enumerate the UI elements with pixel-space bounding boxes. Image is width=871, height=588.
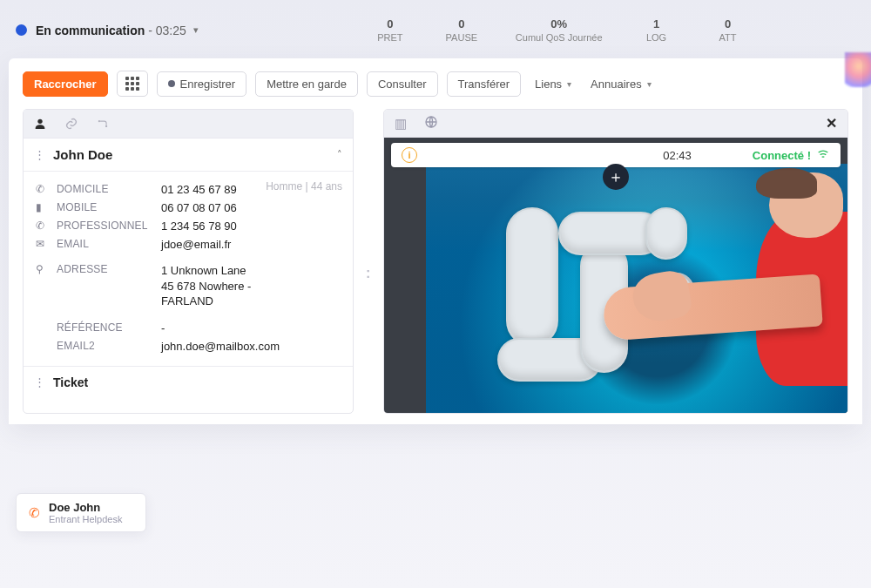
links-dropdown[interactable]: Liens▾: [530, 74, 577, 94]
person-tab-icon[interactable]: [32, 117, 48, 131]
transfer-button[interactable]: Transférer: [447, 71, 521, 97]
metric-log: 1 LOG: [639, 17, 674, 43]
metric-att: 0 ATT: [711, 17, 746, 43]
field-mobile: ▮ MOBILE 06 07 08 07 06: [36, 199, 341, 217]
svg-point-2: [105, 125, 107, 127]
field-email2: . EMAIL2 john.doe@mailbox.com: [36, 337, 341, 355]
book-tab-icon[interactable]: ▥: [395, 116, 407, 132]
active-call-chip[interactable]: ✆ Doe John Entrant Helpdesk: [16, 493, 146, 532]
ticket-section-title: Ticket: [53, 375, 88, 389]
phone-incoming-icon: ✆: [29, 505, 40, 521]
hangup-button[interactable]: Raccrocher: [23, 71, 108, 97]
directories-dropdown[interactable]: Annuaires▾: [585, 74, 657, 94]
info-icon[interactable]: i: [402, 147, 417, 163]
phone-icon: ✆: [36, 183, 48, 195]
video-timer: 02:43: [663, 149, 692, 162]
field-email: ✉ EMAIL jdoe@email.fr: [36, 235, 341, 253]
hold-button[interactable]: Mettre en garde: [255, 71, 358, 97]
brand-logo-icon: [845, 52, 871, 87]
consult-button[interactable]: Consulter: [367, 71, 438, 97]
call-chip-sub: Entrant Helpdesk: [49, 514, 122, 524]
close-tab-button[interactable]: ✕: [826, 115, 837, 132]
status-indicator-dot: [16, 24, 27, 36]
address-value: 1 Unknown Lane45 678 Nowhere -FARLAND: [161, 263, 251, 309]
call-chip-name: Doe John: [49, 501, 122, 514]
metric-qos: 0% Cumul QoS Journée: [516, 17, 603, 43]
call-status-duration: - 03:25: [148, 24, 186, 37]
status-dropdown[interactable]: ▾: [193, 24, 199, 36]
contact-meta: Homme | 44 ans: [266, 180, 342, 193]
video-viewport: i 02:43 Connecté ! ＋: [384, 138, 847, 413]
record-icon: [168, 80, 175, 87]
mobile-icon: ▮: [36, 201, 48, 213]
wifi-icon: [816, 147, 830, 164]
chevron-down-icon: ▾: [567, 79, 571, 89]
phone-icon: ✆: [36, 220, 48, 232]
pin-icon: ⚲: [36, 263, 48, 275]
drag-handle-icon[interactable]: ⋮: [34, 148, 46, 161]
field-address: ⚲ ADRESSE 1 Unknown Lane45 678 Nowhere -…: [36, 260, 341, 312]
dialpad-icon: [125, 77, 139, 91]
collapse-toggle[interactable]: ˄: [337, 149, 342, 160]
add-button[interactable]: ＋: [603, 164, 629, 190]
svg-point-0: [37, 119, 42, 124]
dialpad-button[interactable]: [117, 71, 148, 97]
metrics-bar: 0 PRET 0 PAUSE 0% Cumul QoS Journée 1 LO…: [373, 17, 746, 43]
contact-card: ⋮ John Doe ˄ Homme | 44 ans ✆ DOMICILE 0…: [23, 109, 354, 414]
drag-handle-icon[interactable]: ⋮: [34, 375, 46, 389]
pane-resize-handle[interactable]: [366, 109, 371, 414]
metric-pause: 0 PAUSE: [444, 17, 479, 43]
metric-pret: 0 PRET: [373, 17, 408, 43]
chevron-down-icon: ▾: [647, 79, 652, 89]
link-tab-icon[interactable]: [64, 117, 79, 131]
contact-name: John Doe: [53, 147, 337, 162]
video-card: ▥ ✕ i 02:43 Connecté ! ＋: [383, 109, 848, 414]
record-button[interactable]: Enregistrer: [157, 71, 247, 97]
route-tab-icon[interactable]: [95, 117, 111, 131]
svg-point-1: [98, 120, 100, 122]
mail-icon: ✉: [36, 238, 48, 250]
field-reference: . RÉFÉRENCE -: [36, 319, 341, 337]
field-professional: ✆ PROFESSIONNEL 1 234 56 78 90: [36, 217, 341, 235]
call-status-label: En communication: [36, 24, 145, 37]
connection-status: Connecté !: [753, 147, 830, 164]
globe-tab-icon[interactable]: [424, 115, 438, 132]
